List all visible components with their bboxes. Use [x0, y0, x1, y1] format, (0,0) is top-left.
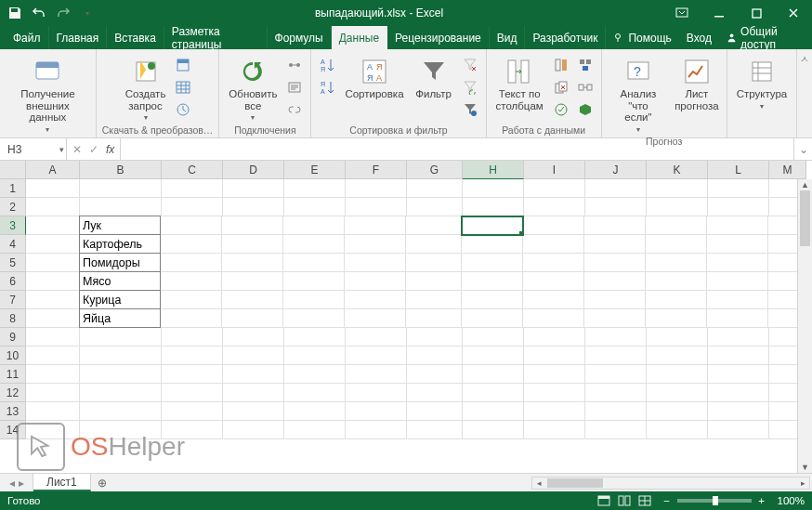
cell[interactable] — [162, 421, 223, 439]
cell[interactable] — [646, 291, 707, 309]
cell[interactable] — [524, 179, 585, 198]
cell[interactable] — [283, 291, 345, 309]
cell[interactable] — [346, 384, 407, 402]
outline-button[interactable]: Структура▾ — [733, 55, 792, 112]
tab-view[interactable]: Вид — [490, 26, 526, 49]
cell[interactable] — [80, 384, 162, 402]
cell[interactable] — [708, 384, 769, 402]
cell[interactable] — [707, 291, 768, 309]
cell[interactable] — [161, 309, 222, 328]
remove-duplicates-icon[interactable] — [551, 77, 571, 98]
cell[interactable] — [346, 402, 407, 421]
flash-fill-icon[interactable] — [551, 55, 571, 75]
cell[interactable] — [26, 347, 80, 365]
page-break-view-icon[interactable] — [635, 493, 655, 508]
cell[interactable] — [80, 402, 162, 421]
column-header[interactable]: G — [407, 161, 463, 179]
cell[interactable] — [708, 365, 769, 384]
name-box[interactable]: H3 ▾ — [0, 138, 67, 160]
cell[interactable] — [463, 328, 524, 347]
zoom-slider[interactable] — [677, 499, 752, 503]
cell[interactable] — [407, 365, 463, 384]
scroll-up-icon[interactable]: ▲ — [798, 179, 812, 190]
properties-icon[interactable] — [284, 77, 305, 98]
cell[interactable] — [26, 272, 80, 291]
cell[interactable] — [346, 328, 407, 347]
cell[interactable] — [80, 198, 162, 216]
cell[interactable] — [523, 272, 584, 291]
cell[interactable] — [462, 309, 523, 328]
cell[interactable] — [345, 254, 406, 272]
new-sheet-icon[interactable]: ⊕ — [91, 474, 113, 491]
cell[interactable] — [707, 216, 768, 235]
cell[interactable] — [523, 235, 584, 254]
cell[interactable]: Яйца — [79, 308, 161, 328]
close-icon[interactable] — [775, 0, 812, 26]
data-validation-icon[interactable] — [551, 99, 571, 120]
undo-icon[interactable] — [32, 6, 46, 20]
cell[interactable] — [222, 216, 283, 235]
cell[interactable] — [26, 179, 80, 198]
cell[interactable] — [647, 384, 708, 402]
cell[interactable] — [708, 198, 769, 216]
cell[interactable] — [345, 235, 406, 254]
cell[interactable] — [406, 309, 462, 328]
reapply-filter-icon[interactable] — [460, 77, 480, 98]
cell[interactable] — [162, 179, 223, 198]
share-button[interactable]: Общий доступ — [719, 26, 812, 49]
cell[interactable] — [708, 347, 769, 365]
column-header[interactable]: L — [708, 161, 769, 179]
tell-me[interactable]: Помощь — [606, 26, 678, 49]
cell[interactable] — [462, 216, 523, 235]
name-box-dropdown-icon[interactable]: ▾ — [59, 145, 64, 154]
cell[interactable] — [463, 402, 524, 421]
cell[interactable] — [284, 365, 346, 384]
column-header[interactable]: B — [80, 161, 162, 179]
sort-button[interactable]: AЯЯA Сортировка — [341, 55, 407, 102]
tab-insert[interactable]: Вставка — [107, 26, 164, 49]
cell[interactable] — [707, 272, 768, 291]
cell[interactable] — [284, 347, 346, 365]
cell[interactable] — [646, 272, 707, 291]
cell[interactable] — [283, 272, 345, 291]
cell[interactable] — [283, 216, 345, 235]
expand-formula-bar-icon[interactable]: ⌄ — [793, 138, 812, 160]
forecast-sheet-button[interactable]: Лист прогноза — [673, 55, 721, 113]
sort-za-icon[interactable]: ЯA — [317, 77, 337, 98]
cell[interactable] — [646, 309, 707, 328]
cell[interactable] — [26, 309, 80, 328]
cell[interactable] — [26, 235, 80, 254]
edit-links-icon[interactable] — [284, 99, 305, 120]
cell[interactable]: Лук — [79, 216, 161, 235]
cell[interactable] — [707, 235, 768, 254]
cell[interactable] — [406, 235, 462, 254]
cell[interactable] — [26, 254, 80, 272]
cell[interactable] — [162, 347, 223, 365]
cell[interactable] — [161, 235, 222, 254]
cell[interactable] — [345, 309, 406, 328]
cell[interactable] — [407, 347, 463, 365]
cell[interactable] — [463, 421, 524, 439]
cell[interactable] — [708, 328, 769, 347]
cell[interactable] — [407, 328, 463, 347]
cell[interactable] — [647, 365, 708, 384]
cell[interactable] — [707, 309, 768, 328]
formula-input[interactable] — [121, 138, 793, 160]
save-icon[interactable] — [7, 6, 22, 20]
row-header[interactable]: 14 — [0, 421, 26, 439]
cell[interactable] — [585, 402, 647, 421]
column-header[interactable]: J — [585, 161, 647, 179]
cell[interactable] — [80, 179, 162, 198]
cell[interactable] — [26, 328, 80, 347]
cell[interactable] — [26, 421, 80, 439]
cell[interactable] — [222, 309, 283, 328]
cell[interactable] — [462, 272, 523, 291]
cancel-formula-icon[interactable]: ✕ — [72, 143, 82, 156]
relationships-icon[interactable] — [575, 77, 596, 98]
cell[interactable] — [80, 421, 162, 439]
sheet-tab[interactable]: Лист1 — [33, 474, 91, 491]
cell[interactable] — [462, 291, 523, 309]
cell[interactable] — [585, 347, 647, 365]
cell[interactable] — [585, 328, 647, 347]
cell[interactable] — [524, 384, 585, 402]
